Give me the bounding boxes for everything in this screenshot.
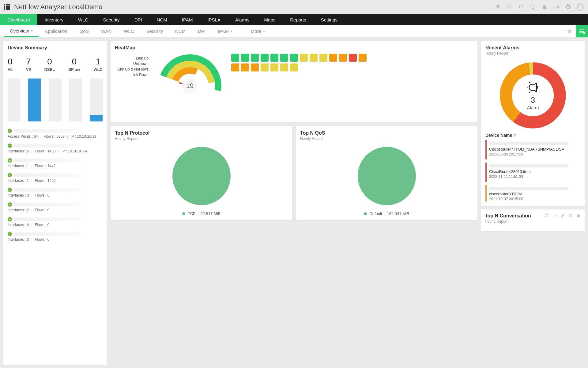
close-icon[interactable] [568,213,573,218]
device-list-item[interactable]: +Interfaces : 1|Flows : 1442 [8,156,103,171]
device-name-header[interactable]: Device Name [485,133,580,138]
nav-tab-maps[interactable]: Maps [257,14,283,25]
device-stat-nsel[interactable]: 0NSEL [44,57,55,72]
nav-tab-wlc[interactable]: WLC [71,14,96,25]
heatmap-grid[interactable] [231,54,367,71]
refresh-icon[interactable] [544,213,549,218]
expand-icon[interactable]: + [8,188,12,192]
heatmap-cell[interactable] [261,63,269,71]
qos-title: Top N QoS [300,130,473,136]
presentation-icon[interactable] [507,4,513,10]
nav-tab-alarms[interactable]: Alarms [228,14,257,25]
gear-icon[interactable] [565,4,571,10]
nav-tab-ipam[interactable]: IPAM [175,14,200,25]
heatmap-donut[interactable]: 19 [158,54,222,118]
sort-icon[interactable] [513,134,516,137]
heatmap-cell[interactable] [261,54,269,62]
battery-icon[interactable] [553,4,559,10]
heatmap-cell[interactable] [310,54,318,62]
nav-tab-dpi[interactable]: DPI [127,14,149,25]
device-list-item[interactable]: +Interfaces : 4|Flows : 0 [8,215,103,230]
heatmap-cell[interactable] [319,54,327,62]
expand-icon[interactable]: + [8,129,12,133]
expand-icon[interactable]: + [8,144,12,148]
export-icon[interactable] [552,213,557,218]
heatmap-cell[interactable] [359,54,367,62]
device-list-item[interactable]: +Interfaces : 2|Flows : 0 [8,201,103,215]
search-icon[interactable] [530,4,536,10]
heatmap-cell[interactable] [329,54,337,62]
device-bar-nsel[interactable] [49,79,62,121]
device-stat-v5[interactable]: 0V5 [8,57,13,72]
alarm-device: ciscorouter3.ITOM [489,192,577,196]
heatmap-cell[interactable] [241,54,249,62]
alarms-title: Recent Alarms [485,45,580,51]
heatmap-cell[interactable] [231,63,239,71]
nav-tab-security[interactable]: Security [96,14,127,25]
device-list-item[interactable]: +Access Points : 64|Flows : 5353|IP : 10… [8,127,103,142]
subnav-tab-wan[interactable]: WAN [95,25,118,37]
subnav-tab-security[interactable]: Security [140,25,169,37]
heatmap-cell[interactable] [349,54,357,62]
subnav-more[interactable]: More ▾ [245,25,271,37]
bell-icon[interactable] [541,4,548,10]
expand-icon[interactable]: + [8,158,12,163]
device-list-item[interactable]: +Interfaces : 1|Flows : 1426 [8,171,103,186]
subnav-tab-ncm[interactable]: NCM [169,25,192,37]
heatmap-cell[interactable] [280,63,288,71]
alarm-donut[interactable]: 3 Alarm [499,62,567,129]
device-stat-sflow[interactable]: 0SFlow [68,57,80,72]
expand-icon[interactable]: + [8,217,12,221]
apps-grid-icon[interactable] [4,4,10,10]
avatar[interactable] [576,3,584,11]
device-bar-v5[interactable] [8,79,21,121]
heatmap-cell[interactable] [231,54,239,62]
nav-tab-ncm[interactable]: NCM [149,14,175,25]
headset-icon[interactable] [518,4,524,10]
nav-tab-reports[interactable]: Reports [283,14,314,25]
heatmap-cell[interactable] [290,63,298,71]
device-list-item[interactable]: +Interfaces : 3|Flows : 0 [8,186,103,201]
device-bar-wlc[interactable] [90,79,103,121]
alarm-item[interactable]: ciscorouter3.ITOM2021-10-07 00:35:00 [485,185,579,201]
heatmap-cell[interactable] [280,54,288,62]
qos-pie-chart[interactable] [358,147,416,205]
subnav-tab-qos[interactable]: QoS [74,25,95,37]
subnav-tab-dpi[interactable]: DPI [192,25,212,37]
nav-tab-ipsla[interactable]: IPSLA [200,14,228,25]
expand-icon[interactable]: + [8,232,12,236]
alarm-item[interactable]: CiscoRouter7.ITOM_NBARSNMP/ACL/SP2023-03… [485,140,579,159]
alarm-item[interactable]: CiscoRouter28013.itom2022-11-11 11:51:33 [485,163,579,182]
heatmap-cell[interactable] [251,63,259,71]
expand-icon[interactable]: + [8,202,12,207]
nav-tab-inventory[interactable]: Inventory [37,14,71,25]
heatmap-cell[interactable] [241,63,249,71]
device-bar-v9[interactable] [28,79,41,121]
edit-icon[interactable] [560,213,565,218]
subnav-tab-application[interactable]: Application [39,25,74,37]
heatmap-cell[interactable] [270,54,278,62]
recent-alarms-card: Recent Alarms Hourly Report 3 Alarm Devi… [481,40,585,206]
device-list-item[interactable]: +Interfaces : 3|Flows : 0 [8,230,103,245]
delete-icon[interactable] [576,213,581,218]
heatmap-cell[interactable] [339,54,347,62]
heatmap-cell[interactable] [290,54,298,62]
device-list-item[interactable]: +Interfaces : 5|Flows : 1438|IP : 10.10.… [8,142,103,156]
device-stat-wlc[interactable]: 1WLC [93,57,103,72]
heatmap-cell[interactable] [270,63,278,71]
device-bar-sflow[interactable] [69,79,82,121]
subnav-tab-overview[interactable]: Overview▾ [4,25,39,37]
nav-tab-settings[interactable]: Settings [314,14,345,25]
expand-icon[interactable]: + [8,173,12,177]
star-icon[interactable] [567,28,573,34]
heatmap-cell[interactable] [300,54,308,62]
device-stat-v9[interactable]: 7V9 [26,57,31,72]
add-widget-button[interactable] [576,25,588,37]
rocket-icon[interactable] [495,4,501,10]
heatmap-cell[interactable] [251,54,259,62]
protocol-pie-chart[interactable] [172,147,231,205]
nav-tab-dashboard[interactable]: Dashboard [0,14,37,25]
subnav-tab-ipam[interactable]: IPAM▾ [212,25,239,37]
kebab-icon[interactable]: ⋮ [582,14,588,25]
subnav-tab-wlc[interactable]: WLC [118,25,140,37]
